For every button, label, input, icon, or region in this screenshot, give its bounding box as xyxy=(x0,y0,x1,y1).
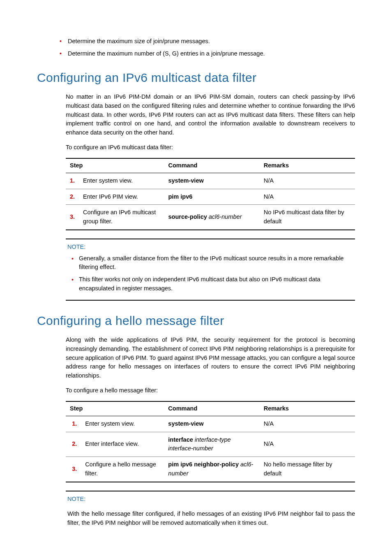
cmd-bold: system-view xyxy=(168,420,203,427)
table-header-row: Step Command Remarks xyxy=(66,158,355,173)
command-cell: pim ipv6 xyxy=(164,189,259,205)
col-remarks-header: Remarks xyxy=(260,401,355,416)
col-command-header: Command xyxy=(164,158,259,173)
cmd-bold: source-policy xyxy=(168,213,207,220)
table-row: 3. Configure a hello message filter. pim… xyxy=(66,457,355,482)
step-number: 3. xyxy=(66,457,81,482)
note-label: NOTE: xyxy=(67,243,355,252)
command-cell: system-view xyxy=(164,173,259,189)
cmd-bold: pim ipv6 neighbor-policy xyxy=(168,461,239,468)
command-cell: system-view xyxy=(164,416,259,432)
list-item: Determine the maximum size of join/prune… xyxy=(68,37,355,46)
step-number: 1. xyxy=(66,416,81,432)
list-item: Generally, a smaller distance from the f… xyxy=(79,254,355,272)
table-row: 3. Configure an IPv6 multicast group fil… xyxy=(66,205,355,230)
section-heading: Configuring an IPv6 multicast data filte… xyxy=(37,68,355,87)
document-page: Determine the maximum size of join/prune… xyxy=(0,0,392,533)
cmd-bold: pim ipv6 xyxy=(168,193,192,200)
note-label: NOTE: xyxy=(67,495,355,504)
cmd-italic: acl6-number xyxy=(207,213,242,220)
paragraph: Along with the wide applications of IPv6… xyxy=(66,336,355,380)
note-bullet-list: Generally, a smaller distance from the f… xyxy=(66,254,355,293)
col-step-header: Step xyxy=(66,158,164,173)
section-heading: Configuring a hello message filter xyxy=(37,311,355,330)
table-header-row: Step Command Remarks xyxy=(66,401,355,416)
command-cell: pim ipv6 neighbor-policy acl6-number xyxy=(164,457,259,482)
list-item: This filter works not only on independen… xyxy=(79,275,355,293)
step-number: 2. xyxy=(66,189,79,205)
table-row: 1. Enter system view. system-view N/A xyxy=(66,416,355,432)
step-number: 1. xyxy=(66,173,79,189)
note-box: NOTE: Generally, a smaller distance from… xyxy=(66,239,355,301)
paragraph: To configure an IPv6 multicast data filt… xyxy=(66,143,355,152)
step-desc: Enter system view. xyxy=(79,173,164,189)
step-desc: Configure an IPv6 multicast group filter… xyxy=(79,205,164,230)
paragraph: No matter in an IPv6 PIM-DM domain or an… xyxy=(66,93,355,137)
col-step-header: Step xyxy=(66,401,164,416)
step-desc: Enter interface view. xyxy=(81,432,164,457)
cmd-bold: system-view xyxy=(168,177,203,184)
list-item: Determine the maximum number of (S, G) e… xyxy=(68,49,355,58)
intro-bullet-list: Determine the maximum size of join/prune… xyxy=(37,37,355,58)
step-number: 2. xyxy=(66,432,81,457)
remarks-cell: N/A xyxy=(260,432,355,457)
col-command-header: Command xyxy=(164,401,259,416)
col-remarks-header: Remarks xyxy=(260,158,355,173)
table-row: 2. Enter interface view. interface inter… xyxy=(66,432,355,457)
step-desc: Enter system view. xyxy=(81,416,164,432)
remarks-cell: No hello message filter by default xyxy=(260,457,355,482)
cmd-bold: interface xyxy=(168,436,193,443)
command-cell: source-policy acl6-number xyxy=(164,205,259,230)
command-cell: interface interface-type interface-numbe… xyxy=(164,432,259,457)
steps-table: Step Command Remarks 1. Enter system vie… xyxy=(66,158,355,230)
note-text: With the hello message filter configured… xyxy=(67,510,355,528)
step-desc: Configure a hello message filter. xyxy=(81,457,164,482)
note-box: NOTE: With the hello message filter conf… xyxy=(66,491,355,533)
remarks-cell: No IPv6 multicast data filter by default xyxy=(260,205,355,230)
steps-table: Step Command Remarks 1. Enter system vie… xyxy=(66,401,355,482)
table-row: 1. Enter system view. system-view N/A xyxy=(66,173,355,189)
paragraph: To configure a hello message filter: xyxy=(66,386,355,395)
remarks-cell: N/A xyxy=(260,189,355,205)
step-desc: Enter IPv6 PIM view. xyxy=(79,189,164,205)
step-number: 3. xyxy=(66,205,79,230)
table-row: 2. Enter IPv6 PIM view. pim ipv6 N/A xyxy=(66,189,355,205)
remarks-cell: N/A xyxy=(260,416,355,432)
remarks-cell: N/A xyxy=(260,173,355,189)
